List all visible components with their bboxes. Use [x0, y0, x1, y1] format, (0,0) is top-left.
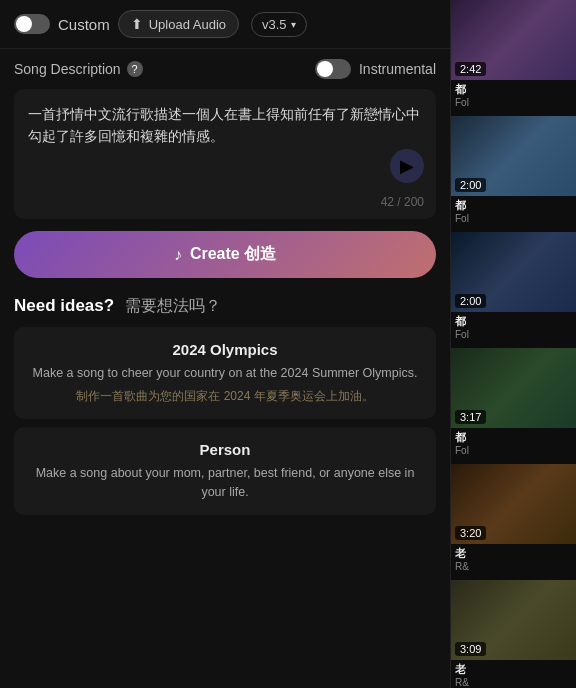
- thumb-title-5: 老: [455, 662, 572, 677]
- sidebar-item-2[interactable]: 2:00 都 Fol: [451, 232, 576, 346]
- thumb-info-1: 都 Fol: [451, 196, 576, 230]
- idea-card-person[interactable]: Person Make a song about your mom, partn…: [14, 427, 436, 516]
- thumb-image-2: 2:00: [451, 232, 576, 312]
- chevron-down-icon: ▾: [291, 19, 296, 30]
- magic-icon: ▶: [400, 155, 414, 177]
- instrumental-row: Instrumental: [315, 59, 436, 79]
- need-ideas-title: Need ideas? 需要想法吗？: [14, 296, 436, 317]
- textarea-content[interactable]: 一首抒情中文流行歌描述一個人在書上得知前任有了新戀情心中勾起了許多回憶和複雜的情…: [28, 103, 422, 183]
- sidebar-item-4[interactable]: 3:20 老 R&: [451, 464, 576, 578]
- thumb-info-3: 都 Fol: [451, 428, 576, 462]
- thumb-image-4: 3:20: [451, 464, 576, 544]
- thumb-time-2: 2:00: [455, 294, 486, 308]
- idea-card-olympics-sub: 制作一首歌曲为您的国家在 2024 年夏季奥运会上加油。: [30, 387, 420, 405]
- custom-toggle[interactable]: [14, 14, 50, 34]
- thumb-title-4: 老: [455, 546, 572, 561]
- thumb-title-2: 都: [455, 314, 572, 329]
- thumb-sub-3: Fol: [455, 445, 572, 456]
- thumb-time-5: 3:09: [455, 642, 486, 656]
- sidebar-item-1[interactable]: 2:00 都 Fol: [451, 116, 576, 230]
- upload-audio-label: Upload Audio: [149, 17, 226, 32]
- song-description-label: Song Description: [14, 61, 121, 77]
- idea-card-olympics[interactable]: 2024 Olympics Make a song to cheer your …: [14, 327, 436, 419]
- char-count: 42 / 200: [381, 195, 424, 209]
- thumb-image-1: 2:00: [451, 116, 576, 196]
- create-button[interactable]: ♪ Create 创造: [14, 231, 436, 278]
- right-panel: 2:42 都 Fol 2:00 都 Fol 2:00 都 Fol: [450, 0, 576, 688]
- thumb-image-0: 2:42: [451, 0, 576, 80]
- idea-card-person-desc: Make a song about your mom, partner, bes…: [30, 464, 420, 502]
- description-row: Song Description ? Instrumental: [0, 49, 450, 85]
- thumb-time-0: 2:42: [455, 62, 486, 76]
- custom-label: Custom: [58, 16, 110, 33]
- thumb-time-3: 3:17: [455, 410, 486, 424]
- thumb-info-4: 老 R&: [451, 544, 576, 578]
- desc-label-group: Song Description ?: [14, 61, 143, 77]
- instrumental-toggle-knob: [317, 61, 333, 77]
- thumb-image-5: 3:09: [451, 580, 576, 660]
- idea-card-olympics-desc: Make a song to cheer your country on at …: [30, 364, 420, 383]
- thumb-title-0: 都: [455, 82, 572, 97]
- thumb-info-2: 都 Fol: [451, 312, 576, 346]
- idea-card-olympics-title: 2024 Olympics: [30, 341, 420, 358]
- music-icon: ♪: [174, 246, 182, 264]
- thumb-sub-4: R&: [455, 561, 572, 572]
- thumb-title-3: 都: [455, 430, 572, 445]
- toggle-knob: [16, 16, 32, 32]
- thumb-sub-0: Fol: [455, 97, 572, 108]
- sidebar-item-0[interactable]: 2:42 都 Fol: [451, 0, 576, 114]
- thumb-sub-1: Fol: [455, 213, 572, 224]
- help-icon[interactable]: ?: [127, 61, 143, 77]
- upload-audio-button[interactable]: ⬆ Upload Audio: [118, 10, 239, 38]
- version-button[interactable]: v3.5 ▾: [251, 12, 307, 37]
- thumb-time-1: 2:00: [455, 178, 486, 192]
- need-ideas-subtitle: 需要想法吗？: [125, 297, 221, 314]
- create-label: Create 创造: [190, 244, 276, 265]
- version-label: v3.5: [262, 17, 287, 32]
- sidebar-item-3[interactable]: 3:17 都 Fol: [451, 348, 576, 462]
- left-panel: Custom ⬆ Upload Audio v3.5 ▾ Song Descri…: [0, 0, 450, 688]
- instrumental-toggle[interactable]: [315, 59, 351, 79]
- top-bar: Custom ⬆ Upload Audio v3.5 ▾: [0, 0, 450, 49]
- thumb-info-5: 老 R&: [451, 660, 576, 688]
- song-description-textarea-wrapper[interactable]: 一首抒情中文流行歌描述一個人在書上得知前任有了新戀情心中勾起了許多回憶和複雜的情…: [14, 89, 436, 219]
- instrumental-label: Instrumental: [359, 61, 436, 77]
- need-ideas-main: Need ideas?: [14, 296, 114, 315]
- magic-button[interactable]: ▶: [390, 149, 424, 183]
- need-ideas-section: Need ideas? 需要想法吗？ 2024 Olympics Make a …: [0, 288, 450, 529]
- thumb-sub-5: R&: [455, 677, 572, 688]
- thumb-time-4: 3:20: [455, 526, 486, 540]
- upload-icon: ⬆: [131, 16, 143, 32]
- thumb-info-0: 都 Fol: [451, 80, 576, 114]
- thumb-title-1: 都: [455, 198, 572, 213]
- thumb-image-3: 3:17: [451, 348, 576, 428]
- thumb-sub-2: Fol: [455, 329, 572, 340]
- sidebar-item-5[interactable]: 3:09 老 R&: [451, 580, 576, 688]
- idea-card-person-title: Person: [30, 441, 420, 458]
